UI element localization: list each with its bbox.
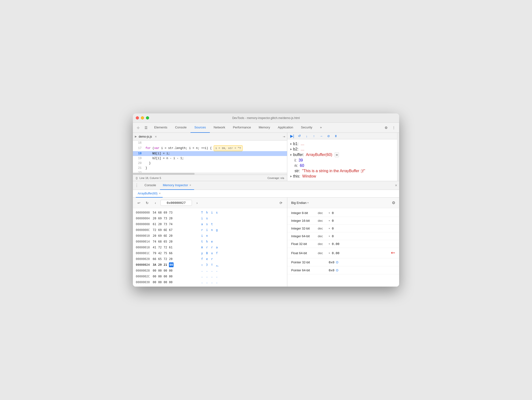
- code-line-16: 16: [133, 141, 287, 145]
- hex-row-0: 00000000 54 68 69 73 T h i s: [133, 210, 287, 215]
- endian-select[interactable]: Big Endian ▾: [291, 201, 309, 205]
- pointer32-nav-icon[interactable]: ⊙: [336, 260, 339, 264]
- vi-content: Integer 8-bit dec ▾ 0 Integer 16-bit dec…: [287, 208, 399, 287]
- scope-row-this: ▶ this: Window: [290, 174, 394, 179]
- vi-row-ptr64: Pointer 64-bit 0x0 ⊙: [287, 266, 399, 274]
- history-back-button[interactable]: ↩: [136, 200, 142, 206]
- array-buffer-tab-bar: ArrayBuffer(60) ×: [133, 190, 399, 198]
- hex-row-28: 00000028 00 00 00 00 . . . .: [133, 268, 287, 274]
- expand-buffer-icon[interactable]: ▶: [290, 153, 292, 157]
- memory-icon[interactable]: ⊞: [335, 152, 339, 157]
- right-scrollbar[interactable]: [397, 133, 399, 181]
- vi-fmt-arrow-int32[interactable]: ▾: [329, 227, 330, 230]
- vi-fmt-arrow-int8[interactable]: ▾: [329, 212, 330, 214]
- deactivate-button[interactable]: ⊘: [326, 133, 331, 139]
- bottom-panel-close-icon[interactable]: ×: [395, 183, 397, 188]
- scope-row-n: n: 60: [290, 163, 394, 168]
- bottom-panel: ⋮ Console Memory Inspector × × ArrayBuff…: [133, 181, 399, 287]
- code-line-17: 17 for (var i = str.length; i < n; ++i) …: [133, 145, 287, 151]
- pointer64-nav-icon[interactable]: ⊙: [336, 268, 339, 272]
- filename: demo-js.js: [139, 135, 152, 138]
- file-close-button[interactable]: ×: [155, 135, 157, 139]
- code-panel: ▶ demo-js.js × ⇥ 16 17 for (var i = str.…: [133, 133, 287, 181]
- array-buffer-close-icon[interactable]: ×: [159, 192, 161, 195]
- close-button[interactable]: [136, 116, 139, 119]
- hex-row-24: 00000024 3A 29 21 00 : ) ! .: [133, 262, 287, 268]
- vi-fmt-arrow-float64[interactable]: ▾: [329, 252, 330, 254]
- vi-row-int64: Integer 64-bit dec ▾ 0: [287, 232, 399, 240]
- prev-page-button[interactable]: ‹: [152, 200, 159, 206]
- tab-sources[interactable]: Sources: [190, 123, 210, 133]
- vi-header: Big Endian ▾ ⚙: [287, 198, 399, 208]
- address-input[interactable]: [160, 200, 192, 206]
- memory-inspector-close-icon[interactable]: ×: [190, 184, 191, 187]
- step-out-button[interactable]: ↑: [311, 133, 317, 139]
- tab-performance[interactable]: Performance: [229, 123, 255, 133]
- refresh-button[interactable]: ⟳: [278, 200, 284, 206]
- devtools-window: DevTools - memory-inspector.glitch.me/de…: [133, 113, 399, 287]
- step-into-button[interactable]: ↓: [304, 133, 310, 139]
- devtools-main: ▶ demo-js.js × ⇥ 16 17 for (var i = str.…: [133, 133, 399, 287]
- tab-security[interactable]: Security: [297, 123, 316, 133]
- tab-console[interactable]: Console: [171, 123, 190, 133]
- vi-row-ptr32: Pointer 32-bit 0x0 ⊙: [287, 258, 399, 266]
- endian-dropdown-icon: ▾: [307, 201, 309, 204]
- scope-row-b1: ▶ b1: …: [290, 141, 394, 147]
- bottom-tab-bar: ⋮ Console Memory Inspector × ×: [133, 181, 399, 190]
- code-line-18: 18 b1[i] = i;: [133, 151, 287, 156]
- pause-button[interactable]: ⏸: [333, 133, 339, 139]
- hex-row-2c: 0000002C 00 00 00 00 . . . .: [133, 274, 287, 279]
- step-button[interactable]: →: [318, 133, 324, 139]
- devtools-toolbar: ⊹ ☰ Elements Console Sources Network Per…: [133, 123, 399, 133]
- endian-label: Big Endian: [291, 201, 306, 205]
- debug-tooltip: i = 39, str = "T: [214, 145, 243, 151]
- tab-memory[interactable]: Memory: [255, 123, 274, 133]
- tab-elements[interactable]: Elements: [150, 123, 171, 133]
- vi-row-int16: Integer 16-bit dec ▾ 0: [287, 217, 399, 225]
- vi-settings-icon[interactable]: ⚙: [392, 200, 395, 205]
- tab-application[interactable]: Application: [274, 123, 297, 133]
- expand-b1-icon[interactable]: ▶: [290, 142, 292, 146]
- device-icon[interactable]: ☰: [143, 124, 149, 131]
- hex-row-14: 00000014 74 68 65 20 t h e: [133, 239, 287, 244]
- selected-byte[interactable]: 00: [169, 262, 173, 267]
- devtools-body: ⊹ ☰ Elements Console Sources Network Per…: [133, 123, 399, 287]
- tab-more[interactable]: »: [316, 123, 326, 133]
- devtools-tabs: Elements Console Sources Network Perform…: [150, 123, 382, 133]
- vi-row-int8: Integer 8-bit dec ▾ 0: [287, 209, 399, 217]
- expand-this-icon[interactable]: ▶: [290, 174, 292, 178]
- tab-console-bottom[interactable]: Console: [142, 181, 159, 190]
- hex-row-8: 00000008 61 20 73 74 a s t: [133, 221, 287, 227]
- vi-row-float64: Float 64-bit dec ▾ 0.00 ➘: [287, 248, 399, 258]
- horizontal-scrollbar[interactable]: [133, 173, 287, 175]
- more-icon[interactable]: ⋮: [390, 124, 397, 131]
- array-buffer-tab[interactable]: ArrayBuffer(60) ×: [136, 190, 163, 198]
- hex-nav-bar: ↩ ↻ ‹ › ⟳: [133, 198, 287, 208]
- maximize-button[interactable]: [146, 116, 149, 119]
- tab-network[interactable]: Network: [210, 123, 229, 133]
- settings-icon[interactable]: ⚙: [383, 124, 389, 131]
- hex-viewer: ↩ ↻ ‹ › ⟳ 00000000 54: [133, 198, 287, 287]
- tab-memory-inspector[interactable]: Memory Inspector ×: [160, 181, 194, 190]
- code-line-22: 22: [133, 170, 287, 173]
- resume-button[interactable]: ▶|: [289, 133, 295, 139]
- code-line-20: 20 }: [133, 161, 287, 166]
- step-over-button[interactable]: ↺: [296, 133, 302, 139]
- scope-panel-container: ▶| ↺ ↓ ↑ → ⊘ ⏸ ▶ b1: …: [287, 133, 397, 181]
- pointer-icon[interactable]: ⊹: [135, 124, 142, 131]
- next-page-button[interactable]: ›: [194, 200, 200, 206]
- expand-b2-icon[interactable]: ▶: [290, 147, 292, 151]
- hex-row-4: 00000004 20 69 73 20 i s: [133, 215, 287, 221]
- minimize-button[interactable]: [141, 116, 144, 119]
- forward-icon[interactable]: ⇥: [283, 135, 285, 138]
- hex-row-c: 0000000C 72 69 6E 67 r i n g: [133, 227, 287, 233]
- hex-content: 00000000 54 68 69 73 T h i s 000: [133, 208, 287, 287]
- vi-fmt-arrow-int16[interactable]: ▾: [329, 219, 330, 222]
- bottom-dots-icon[interactable]: ⋮: [135, 183, 139, 188]
- history-forward-button[interactable]: ↻: [144, 200, 150, 206]
- vi-fmt-arrow-int64[interactable]: ▾: [329, 235, 330, 237]
- vi-fmt-arrow-float32[interactable]: ▾: [329, 243, 330, 245]
- hex-row-30: 00000030 00 00 00 00 . . . .: [133, 279, 287, 285]
- scope-content: ▶ b1: … ▶ b2: … ▶ buffer: ArrayBu: [287, 139, 397, 181]
- hex-row-18: 00000018 41 72 72 61 A r r a: [133, 244, 287, 250]
